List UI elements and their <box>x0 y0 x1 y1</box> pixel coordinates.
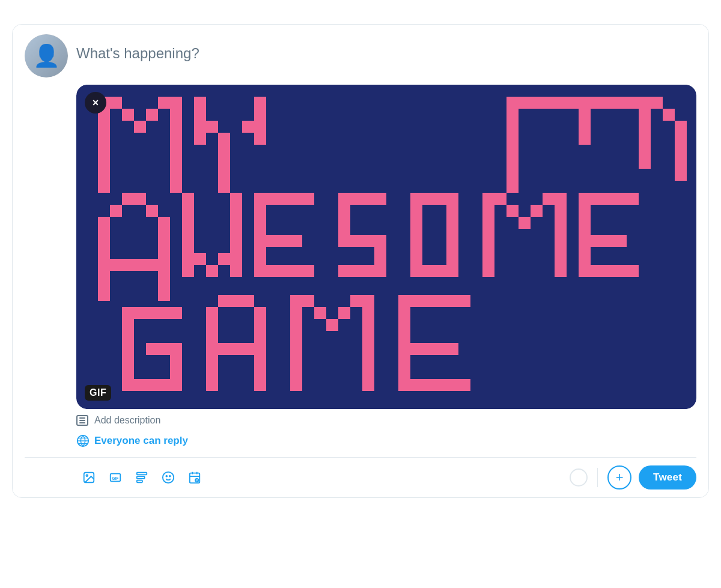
svg-rect-49 <box>122 379 182 391</box>
svg-rect-11 <box>242 121 254 133</box>
poll-button[interactable] <box>129 465 154 490</box>
svg-text:GIF: GIF <box>112 476 119 480</box>
svg-rect-13 <box>98 217 110 301</box>
svg-rect-82 <box>137 476 145 479</box>
svg-rect-71 <box>591 97 639 109</box>
add-description-label: Add description <box>94 415 160 426</box>
svg-rect-51 <box>170 343 182 379</box>
gif-container: × GIF <box>76 85 696 409</box>
close-icon: × <box>93 97 99 108</box>
compose-card: What's happening? <box>12 24 709 498</box>
add-thread-button[interactable]: + <box>607 465 631 489</box>
svg-rect-39 <box>507 205 519 217</box>
svg-rect-58 <box>302 295 314 307</box>
add-description[interactable]: Add description <box>76 415 696 426</box>
compose-placeholder[interactable]: What's happening? <box>76 34 696 62</box>
svg-rect-4 <box>134 121 146 133</box>
svg-rect-36 <box>446 205 458 265</box>
svg-rect-8 <box>194 97 206 145</box>
svg-rect-27 <box>266 265 314 277</box>
close-gif-button[interactable]: × <box>85 92 106 114</box>
svg-rect-61 <box>338 307 350 319</box>
everyone-can-reply-label: Everyone can reply <box>94 435 188 447</box>
toolbar-divider <box>25 457 696 458</box>
emoji-button[interactable] <box>156 465 181 490</box>
svg-rect-32 <box>338 265 386 277</box>
gif-icon: GIF <box>109 471 122 484</box>
svg-rect-18 <box>110 259 158 271</box>
svg-rect-15 <box>122 193 146 205</box>
compose-toolbar: GIF <box>76 465 696 490</box>
svg-rect-2 <box>110 97 122 109</box>
svg-rect-65 <box>410 295 470 307</box>
char-counter <box>570 468 588 486</box>
description-icon <box>76 415 88 426</box>
svg-rect-3 <box>122 109 134 121</box>
schedule-icon <box>188 471 201 484</box>
svg-rect-74 <box>663 109 675 121</box>
schedule-button[interactable] <box>182 465 207 490</box>
image-icon <box>82 471 96 484</box>
svg-rect-17 <box>158 217 170 301</box>
svg-rect-68 <box>507 97 519 193</box>
svg-rect-60 <box>326 319 338 331</box>
svg-rect-22 <box>218 253 230 265</box>
svg-rect-34 <box>410 265 458 277</box>
svg-rect-69 <box>519 97 579 109</box>
svg-rect-16 <box>146 205 158 217</box>
svg-point-85 <box>166 476 167 477</box>
svg-rect-56 <box>218 343 254 355</box>
svg-point-86 <box>169 476 171 477</box>
avatar-image <box>25 34 68 77</box>
tweet-button[interactable]: Tweet <box>639 465 696 489</box>
avatar <box>25 34 68 77</box>
svg-rect-30 <box>338 235 386 247</box>
svg-rect-20 <box>194 253 206 265</box>
svg-rect-66 <box>410 343 458 355</box>
compose-header: What's happening? <box>25 34 696 77</box>
svg-rect-57 <box>290 295 302 391</box>
svg-rect-41 <box>531 205 543 217</box>
svg-rect-70 <box>579 97 591 145</box>
svg-rect-59 <box>314 307 326 319</box>
globe-icon <box>76 434 90 447</box>
svg-rect-23 <box>230 193 242 277</box>
image-button[interactable] <box>76 465 102 490</box>
svg-rect-64 <box>398 295 410 391</box>
svg-rect-12 <box>254 97 266 145</box>
svg-rect-35 <box>410 205 422 265</box>
svg-point-84 <box>163 472 174 483</box>
svg-rect-52 <box>146 343 170 355</box>
svg-rect-10 <box>218 133 230 193</box>
svg-rect-75 <box>675 121 687 181</box>
svg-rect-37 <box>482 193 494 277</box>
svg-rect-62 <box>350 295 362 307</box>
svg-rect-47 <box>591 265 639 277</box>
svg-rect-50 <box>122 319 134 379</box>
svg-rect-81 <box>137 473 147 475</box>
svg-rect-46 <box>591 235 627 247</box>
toolbar-divider-vertical <box>597 468 598 487</box>
everyone-can-reply[interactable]: Everyone can reply <box>76 434 696 447</box>
svg-rect-67 <box>410 379 470 391</box>
toolbar-icons: GIF <box>76 465 567 490</box>
emoji-icon <box>162 471 175 484</box>
svg-rect-5 <box>146 109 158 121</box>
gif-badge: GIF <box>85 385 111 401</box>
gif-button[interactable]: GIF <box>103 465 128 490</box>
svg-rect-43 <box>555 193 567 277</box>
gif-svg <box>76 85 696 409</box>
plus-icon: + <box>616 470 624 485</box>
svg-rect-40 <box>519 217 531 229</box>
svg-rect-48 <box>122 307 182 319</box>
svg-rect-42 <box>543 193 555 205</box>
svg-rect-54 <box>218 295 254 307</box>
svg-rect-38 <box>494 193 507 205</box>
svg-rect-9 <box>206 121 218 133</box>
svg-rect-45 <box>591 193 639 205</box>
toolbar-right: + Tweet <box>570 465 696 489</box>
svg-rect-33 <box>410 193 458 205</box>
svg-rect-83 <box>137 480 142 483</box>
svg-rect-26 <box>266 235 302 247</box>
svg-point-78 <box>86 474 88 476</box>
